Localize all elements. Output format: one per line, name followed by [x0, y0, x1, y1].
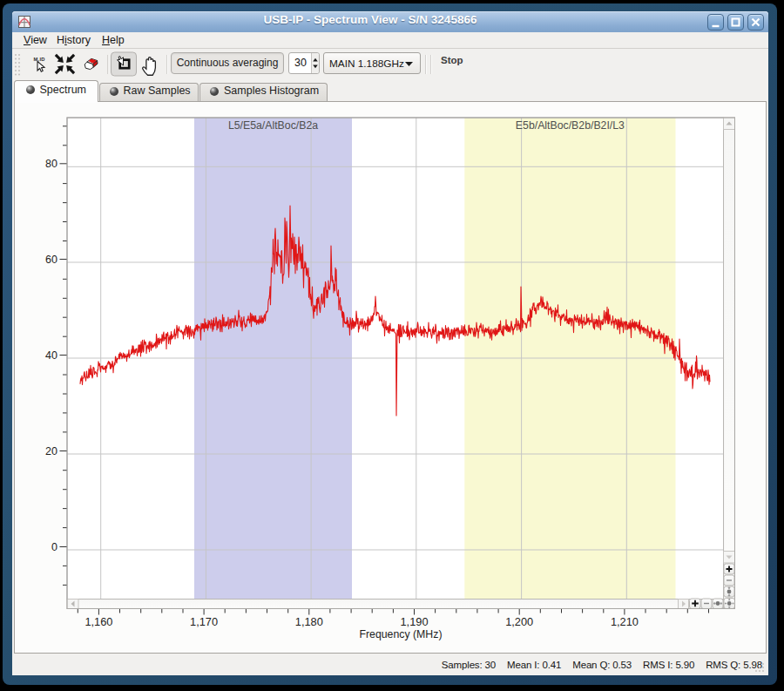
- svg-text:1,170: 1,170: [190, 615, 218, 628]
- svg-text:40: 40: [45, 349, 57, 362]
- svg-text:M,ID: M,ID: [34, 57, 45, 62]
- svg-text:1,190: 1,190: [400, 615, 428, 628]
- svg-text:E5b/AltBoc/B2b/B2I/L3: E5b/AltBoc/B2b/B2I/L3: [516, 119, 625, 132]
- svg-text:1,200: 1,200: [505, 615, 533, 628]
- svg-text:1,160: 1,160: [84, 615, 112, 628]
- svg-text:80: 80: [45, 158, 57, 170]
- svg-text:Frequency (MHz): Frequency (MHz): [360, 628, 443, 640]
- svg-text:1,180: 1,180: [295, 615, 323, 628]
- svg-text:1,210: 1,210: [611, 615, 639, 628]
- svg-text:60: 60: [45, 254, 57, 266]
- svg-text:L5/E5a/AltBoc/B2a: L5/E5a/AltBoc/B2a: [228, 119, 318, 132]
- svg-text:0: 0: [51, 541, 57, 553]
- svg-text:20: 20: [45, 445, 57, 457]
